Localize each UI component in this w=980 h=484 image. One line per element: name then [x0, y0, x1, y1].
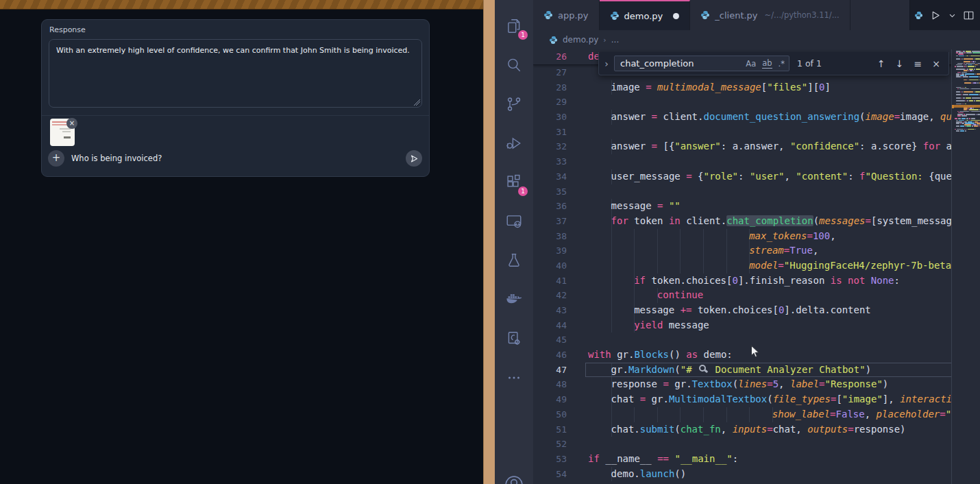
code-line[interactable]: 41if token.choices[0].finish_reason is n…: [533, 274, 980, 289]
editor-actions: [909, 0, 980, 30]
code-line[interactable]: 37for token in client.chat_completion(me…: [533, 214, 980, 229]
chat-input-text[interactable]: Who is being invoiced?: [71, 150, 162, 167]
tab-label: app.py: [558, 10, 589, 21]
container-tools-icon[interactable]: [498, 319, 530, 358]
vscode-window: 1 1: [495, 0, 980, 484]
extensions-icon[interactable]: 1: [498, 162, 530, 202]
code-line[interactable]: 45: [533, 332, 980, 348]
minimap-find-highlight: [952, 105, 980, 108]
desktop-gap: [483, 0, 495, 484]
explorer-icon[interactable]: 1: [498, 6, 530, 45]
code-line[interactable]: 32answer = [{"answer": a.answer, "confid…: [533, 139, 980, 154]
code-line[interactable]: 38max_tokens=100,: [533, 229, 980, 244]
breadcrumb-more[interactable]: ...: [611, 35, 619, 45]
code-editor[interactable]: 26def chat_fn(multimodal_message): 2728i…: [533, 49, 980, 484]
code-line[interactable]: 40model="HuggingFaceH4/zephyr-7b-beta"):: [533, 258, 980, 274]
code-line[interactable]: 43message += token.choices[0].delta.cont…: [533, 303, 980, 318]
minimap[interactable]: [951, 49, 980, 484]
explorer-badge: 1: [518, 30, 528, 40]
code-line[interactable]: 34user_message = {"role": "user", "conte…: [533, 169, 980, 184]
toggle-replace-chevron-icon[interactable]: ›: [599, 58, 614, 69]
regex-toggle[interactable]: .*: [779, 59, 785, 69]
tab-app-py[interactable]: app.py: [533, 0, 600, 30]
tab-client-py[interactable]: _client.py ~/.../python3.11/...: [690, 0, 850, 30]
find-previous-button[interactable]: ↑: [877, 58, 885, 69]
extensions-badge: 1: [518, 186, 528, 196]
find-close-button[interactable]: ×: [932, 58, 940, 69]
code-line[interactable]: 31: [533, 125, 980, 140]
docker-icon[interactable]: [498, 280, 530, 319]
python-icon: [543, 10, 553, 20]
python-icon: [610, 11, 620, 21]
tab-path-hint: ~/.../python3.11/...: [765, 10, 840, 20]
split-editor-button[interactable]: [963, 10, 975, 21]
tab-bar: app.py demo.py _client.py ~/.../python3.…: [533, 0, 980, 30]
source-control-icon[interactable]: [498, 84, 530, 123]
response-text: With an extremely high level of confiden…: [56, 46, 410, 55]
whole-word-toggle[interactable]: ab: [762, 58, 772, 69]
code-line[interactable]: 44yield message: [533, 318, 980, 333]
code-line[interactable]: 52: [533, 437, 980, 452]
python-icon: [700, 10, 710, 20]
panel-divider: [42, 115, 429, 116]
code-line[interactable]: 55: [533, 481, 980, 484]
run-button[interactable]: [930, 10, 942, 21]
tab-label: _client.py: [715, 10, 757, 21]
code-line[interactable]: 36message = "": [533, 199, 980, 214]
find-in-selection-button[interactable]: ≡: [914, 58, 922, 69]
code-line[interactable]: 51chat.submit(chat_fn, inputs=chat, outp…: [533, 422, 980, 437]
code-line[interactable]: 39stream=True,: [533, 243, 980, 258]
search-icon[interactable]: [498, 45, 530, 84]
find-query-text[interactable]: chat_completion: [620, 58, 739, 69]
overview-ruler-find-tick: [952, 105, 954, 108]
match-case-toggle[interactable]: Aa: [746, 59, 756, 69]
more-actions-icon[interactable]: [498, 358, 530, 397]
screen: Response With an extremely high level of…: [0, 0, 980, 484]
code-line[interactable]: 46with gr.Blocks() as demo:: [533, 348, 980, 363]
send-button[interactable]: [406, 150, 422, 167]
code-line[interactable]: 29: [533, 95, 980, 110]
code-line[interactable]: 48response = gr.Textbox(lines=5, label="…: [533, 377, 980, 392]
tab-label: demo.py: [624, 11, 663, 21]
account-icon[interactable]: [495, 474, 533, 484]
breadcrumb[interactable]: demo.py › ...: [533, 30, 980, 49]
code-line[interactable]: 49chat = gr.MultimodalTextbox(file_types…: [533, 392, 980, 407]
code-line[interactable]: 54demo.launch(): [533, 467, 980, 482]
remote-explorer-icon[interactable]: [498, 202, 530, 241]
gradio-panel: Response With an extremely high level of…: [41, 19, 430, 177]
response-label: Response: [49, 25, 86, 34]
modified-dot-icon[interactable]: [673, 13, 679, 19]
python-icon: [549, 36, 558, 45]
code-line[interactable]: 28image = multimodal_message["files"][0]: [533, 80, 980, 95]
code-line[interactable]: 42continue: [533, 288, 980, 303]
activity-bar: 1 1: [495, 0, 533, 484]
code-lines: 2728image = multimodal_message["files"][…: [533, 65, 980, 484]
remove-attachment-button[interactable]: ×: [66, 118, 77, 129]
send-icon: [410, 154, 419, 163]
code-line[interactable]: 35: [533, 184, 980, 199]
find-results-count: 1 of 1: [797, 58, 822, 69]
testing-icon[interactable]: [498, 241, 530, 280]
add-file-button[interactable]: +: [48, 150, 64, 167]
code-line[interactable]: 30answer = client.document_question_answ…: [533, 110, 980, 125]
code-line[interactable]: 33: [533, 154, 980, 169]
tab-demo-py[interactable]: demo.py: [600, 0, 691, 30]
response-textbox[interactable]: With an extremely high level of confiden…: [49, 39, 422, 108]
gradio-app-window: Response With an extremely high level of…: [0, 0, 483, 484]
breadcrumb-separator: ›: [603, 36, 606, 45]
run-dropdown-chevron-icon[interactable]: [948, 12, 956, 19]
resize-handle-icon[interactable]: [414, 99, 420, 106]
python-icon: [914, 11, 923, 20]
browser-titlebar: [0, 0, 483, 10]
find-next-button[interactable]: ↓: [896, 58, 904, 69]
find-widget: › chat_completion Aa ab .* 1 of 1 ↑ ↓ ≡ …: [598, 52, 949, 75]
code-line[interactable]: 50show_label=False, placeholder="Ask a q…: [533, 407, 980, 422]
code-line[interactable]: 47gr.Markdown("# Document Analyzer Chatb…: [533, 363, 980, 378]
run-debug-icon[interactable]: [498, 123, 530, 162]
breadcrumb-file[interactable]: demo.py: [563, 35, 598, 45]
code-line[interactable]: 53if __name__ == "__main__":: [533, 452, 980, 467]
find-input[interactable]: chat_completion Aa ab .*: [614, 56, 789, 71]
find-actions: ↑ ↓ ≡ ×: [877, 58, 948, 69]
